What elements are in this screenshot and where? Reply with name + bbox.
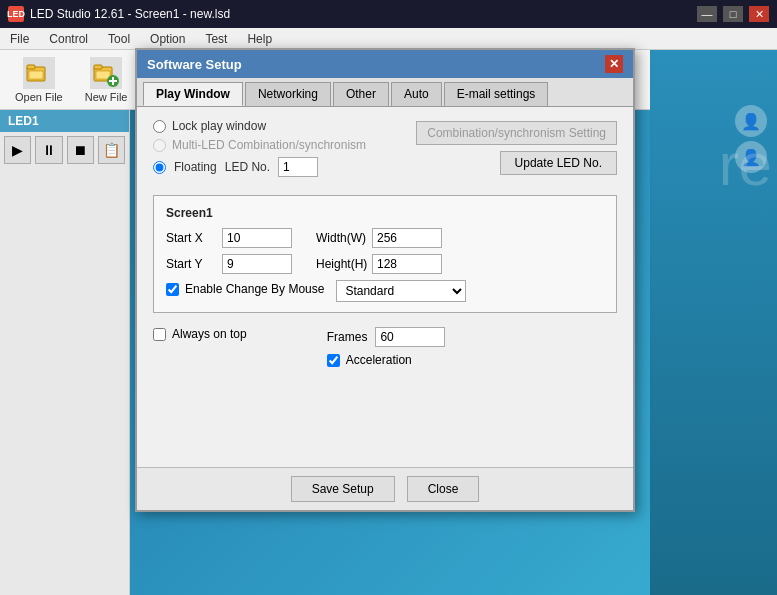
- maximize-button[interactable]: □: [723, 6, 743, 22]
- height-group: Height(H): [316, 254, 442, 274]
- tab-auto[interactable]: Auto: [391, 82, 442, 106]
- height-input[interactable]: [372, 254, 442, 274]
- sidebar-led-tab[interactable]: LED1: [0, 110, 129, 132]
- app-title: LED Studio 12.61 - Screen1 - new.lsd: [30, 7, 697, 21]
- sidebar-play-btn[interactable]: ▶: [4, 136, 31, 164]
- menu-option[interactable]: Option: [140, 30, 195, 48]
- tab-bar: Play Window Networking Other Auto E-mail…: [137, 78, 633, 107]
- new-file-button[interactable]: New File: [78, 52, 135, 108]
- radio-group-play-mode: Lock play window Multi-LED Combination/s…: [153, 119, 416, 177]
- sidebar-pause-btn[interactable]: ⏸: [35, 136, 62, 164]
- start-y-input[interactable]: [222, 254, 292, 274]
- enable-change-row: Enable Change By Mouse: [166, 282, 324, 296]
- deco-text-re: re: [719, 130, 772, 199]
- content-spacer: [153, 375, 617, 455]
- radio-multi-led: [153, 139, 166, 152]
- title-bar: LED LED Studio 12.61 - Screen1 - new.lsd…: [0, 0, 777, 28]
- standard-select[interactable]: Standard High Low: [336, 280, 466, 302]
- sidebar-stop-btn[interactable]: ⏹: [67, 136, 94, 164]
- radio-row-lock: Lock play window: [153, 119, 416, 133]
- tab-networking[interactable]: Networking: [245, 82, 331, 106]
- left-sidebar: LED1 ▶ ⏸ ⏹ 📋: [0, 110, 130, 595]
- tab-other[interactable]: Other: [333, 82, 389, 106]
- start-x-group: Start X: [166, 228, 292, 248]
- led-no-label: LED No.: [225, 160, 270, 174]
- coords-row-1: Start X Width(W): [166, 228, 604, 248]
- start-x-input[interactable]: [222, 228, 292, 248]
- open-file-button[interactable]: Open File: [8, 52, 70, 108]
- enable-change-checkbox[interactable]: [166, 283, 179, 296]
- app-close-button[interactable]: ✕: [749, 6, 769, 22]
- svg-rect-1: [27, 65, 35, 69]
- modal-footer: Save Setup Close: [137, 467, 633, 510]
- frames-label: Frames: [327, 330, 368, 344]
- svg-rect-5: [96, 71, 110, 79]
- frames-group: Frames Acceleration: [327, 327, 446, 371]
- sidebar-copy-btn[interactable]: 📋: [98, 136, 125, 164]
- menu-bar: File Control Tool Option Test Help: [0, 28, 777, 50]
- menu-control[interactable]: Control: [39, 30, 98, 48]
- modal-title: Software Setup: [147, 57, 242, 72]
- bottom-options: Always on top Frames Acceleration: [153, 323, 617, 375]
- height-label: Height(H): [316, 257, 366, 271]
- close-button[interactable]: Close: [407, 476, 480, 502]
- svg-rect-4: [94, 65, 102, 69]
- coords-row-2: Start Y Height(H): [166, 254, 604, 274]
- screen-title: Screen1: [166, 206, 604, 220]
- modal-close-button[interactable]: ✕: [605, 55, 623, 73]
- modal-body: Lock play window Multi-LED Combination/s…: [137, 107, 633, 467]
- acceleration-checkbox[interactable]: [327, 354, 340, 367]
- start-y-label: Start Y: [166, 257, 216, 271]
- modal-titlebar: Software Setup ✕: [137, 50, 633, 78]
- right-decorative-panel: 👤 👤 re: [650, 50, 777, 595]
- new-file-label: New File: [85, 91, 128, 103]
- open-file-label: Open File: [15, 91, 63, 103]
- always-on-top-label: Always on top: [172, 327, 247, 341]
- combo-sync-button[interactable]: Combination/synchronism Setting: [416, 121, 617, 145]
- radio-lock-label: Lock play window: [172, 119, 266, 133]
- frames-input[interactable]: [375, 327, 445, 347]
- menu-help[interactable]: Help: [237, 30, 282, 48]
- sidebar-icon-row: ▶ ⏸ ⏹ 📋: [0, 132, 129, 168]
- new-file-icon: [90, 57, 122, 89]
- acceleration-label: Acceleration: [346, 353, 412, 367]
- radio-floating-label: Floating: [174, 160, 217, 174]
- minimize-button[interactable]: —: [697, 6, 717, 22]
- app-icon: LED: [8, 6, 24, 22]
- always-on-top-row: Always on top: [153, 327, 247, 341]
- tab-play-window[interactable]: Play Window: [143, 82, 243, 106]
- options-row: Enable Change By Mouse Standard High Low: [166, 280, 604, 302]
- svg-rect-2: [29, 71, 43, 79]
- menu-tool[interactable]: Tool: [98, 30, 140, 48]
- update-led-button[interactable]: Update LED No.: [500, 151, 617, 175]
- app-icon-text: LED: [7, 9, 25, 19]
- save-setup-button[interactable]: Save Setup: [291, 476, 395, 502]
- frames-row: Frames: [327, 327, 446, 347]
- menu-test[interactable]: Test: [195, 30, 237, 48]
- width-label: Width(W): [316, 231, 366, 245]
- width-input[interactable]: [372, 228, 442, 248]
- open-file-icon: [23, 57, 55, 89]
- radio-multi-label: Multi-LED Combination/synchronism: [172, 138, 366, 152]
- led-no-input[interactable]: [278, 157, 318, 177]
- start-y-group: Start Y: [166, 254, 292, 274]
- tab-email-settings[interactable]: E-mail settings: [444, 82, 549, 106]
- acceleration-row: Acceleration: [327, 353, 446, 367]
- enable-change-label: Enable Change By Mouse: [185, 282, 324, 296]
- menu-file[interactable]: File: [0, 30, 39, 48]
- start-x-label: Start X: [166, 231, 216, 245]
- screen-section: Screen1 Start X Width(W) Start Y Height(…: [153, 195, 617, 313]
- radio-floating[interactable]: [153, 161, 166, 174]
- software-setup-dialog: Software Setup ✕ Play Window Networking …: [135, 48, 635, 512]
- radio-lock-play-window[interactable]: [153, 120, 166, 133]
- radio-row-floating: Floating LED No.: [153, 157, 416, 177]
- window-controls: — □ ✕: [697, 6, 769, 22]
- always-on-top-checkbox[interactable]: [153, 328, 166, 341]
- radio-row-multi: Multi-LED Combination/synchronism: [153, 138, 416, 152]
- width-group: Width(W): [316, 228, 442, 248]
